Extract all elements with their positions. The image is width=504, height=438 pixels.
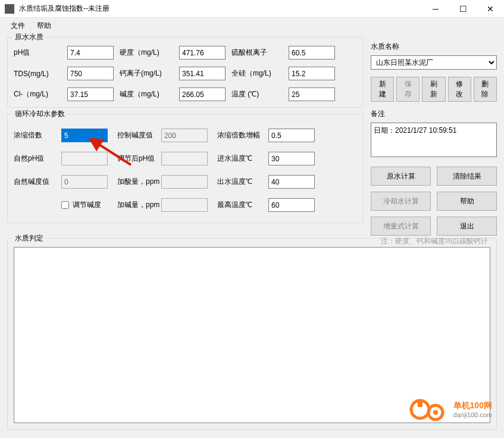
base-input — [161, 198, 208, 212]
conc-input[interactable] — [61, 129, 108, 142]
watermark-brand: 单机100网 — [453, 401, 492, 410]
acid-input — [161, 175, 208, 189]
judge-title: 水质判定 — [12, 233, 46, 243]
natalk-input — [61, 175, 108, 189]
cooling-group: 循环冷却水参数 浓缩倍数 控制碱度值 浓缩倍数增幅 自然pH值 调节后pH值 — [7, 114, 364, 223]
watermark: 单机100网 danji100.com — [408, 398, 492, 421]
natalk-label: 自然碱度值 — [14, 177, 61, 187]
ph-input[interactable] — [67, 46, 114, 60]
silica-label: 全硅（mg/L) — [231, 68, 283, 79]
new-button[interactable]: 新建 — [371, 77, 394, 102]
ctrlalk-label: 控制碱度值 — [117, 130, 161, 140]
hardness-label: 硬度（mg/L) — [120, 48, 173, 58]
judge-result-box — [14, 247, 490, 423]
minimize-button[interactable]: ─ — [422, 0, 449, 18]
water-name-label: 水质名称 — [371, 42, 497, 52]
cooling-title: 循环冷却水参数 — [12, 109, 67, 119]
calc-inc-button: 增量式计算 — [371, 217, 431, 236]
outtemp-label: 出水温度℃ — [217, 177, 268, 187]
svg-point-5 — [433, 410, 438, 415]
watermark-url: danji100.com — [453, 411, 492, 418]
clear-button[interactable]: 清除结果 — [437, 167, 497, 186]
conc-label: 浓缩倍数 — [14, 130, 61, 140]
natph-input — [61, 152, 108, 165]
menubar: 文件 帮助 — [0, 18, 504, 33]
calcium-label: 钙离子(mg/L) — [120, 68, 173, 79]
alkalinity-input[interactable] — [179, 87, 226, 101]
base-label: 加碱量，ppm — [117, 200, 161, 210]
save-button: 保存 — [396, 77, 420, 102]
natph-label: 自然pH值 — [14, 154, 61, 164]
calc-cool-button: 冷却水计算 — [371, 192, 431, 211]
menu-help[interactable]: 帮助 — [31, 18, 57, 33]
watermark-logo-icon — [408, 398, 450, 421]
calcium-input[interactable] — [179, 67, 226, 80]
tds-label: TDS(mg/L) — [14, 70, 61, 78]
exit-button[interactable]: 退出 — [437, 217, 497, 236]
silica-input[interactable] — [289, 67, 335, 80]
remark-label: 备注 — [371, 109, 497, 119]
titlebar: 水质结垢及腐蚀指数--未注册 ─ ☐ ✕ — [0, 0, 504, 18]
remark-textarea[interactable]: 日期：2021/1/27 10:59:51 — [371, 123, 497, 157]
judge-note: 注：硬度、钙和碱度均以碳酸钙计 — [381, 236, 488, 246]
concinc-input[interactable] — [268, 129, 315, 142]
modify-button[interactable]: 修改 — [448, 77, 471, 102]
adjalk-checkbox[interactable] — [61, 201, 69, 209]
intemp-label: 进水温度℃ — [217, 154, 268, 164]
svg-rect-3 — [418, 400, 422, 407]
cl-input[interactable] — [67, 87, 114, 101]
outtemp-input[interactable] — [268, 175, 315, 189]
hardness-input[interactable] — [179, 46, 226, 60]
raw-water-group: 原水水质 pH值 硬度（mg/L) 硫酸根离子 TDS(mg/L) 钙离子(mg… — [7, 37, 364, 108]
close-button[interactable]: ✕ — [477, 0, 504, 18]
temp-input[interactable] — [289, 87, 335, 101]
intemp-input[interactable] — [268, 152, 315, 165]
refresh-button[interactable]: 刷新 — [422, 77, 445, 102]
ph-label: pH值 — [14, 48, 61, 58]
adjalk-label: 调节碱度 — [73, 200, 101, 210]
menu-file[interactable]: 文件 — [5, 18, 31, 33]
tds-input[interactable] — [67, 67, 114, 80]
sulfate-label: 硫酸根离子 — [231, 48, 283, 58]
raw-water-title: 原水水质 — [12, 32, 46, 42]
maxtemp-input[interactable] — [268, 198, 315, 212]
adjph-label: 调节后pH值 — [117, 154, 161, 164]
app-icon — [5, 4, 14, 14]
adjph-input — [161, 152, 208, 165]
alkalinity-label: 碱度（mg/L) — [120, 89, 173, 99]
calc-raw-button[interactable]: 原水计算 — [371, 167, 431, 186]
acid-label: 加酸量，ppm — [117, 177, 161, 187]
water-name-select[interactable]: 山东日照某水泥厂 — [371, 55, 497, 70]
concinc-label: 浓缩倍数增幅 — [217, 130, 268, 140]
window-title: 水质结垢及腐蚀指数--未注册 — [19, 4, 422, 14]
sulfate-input[interactable] — [289, 46, 335, 60]
help-button[interactable]: 帮助 — [437, 192, 497, 211]
temp-label: 温度 (℃) — [231, 89, 283, 99]
maximize-button[interactable]: ☐ — [449, 0, 477, 18]
delete-button[interactable]: 删除 — [474, 77, 497, 102]
ctrlalk-input — [161, 129, 208, 142]
cl-label: Cl-（mg/L) — [14, 89, 61, 99]
maxtemp-label: 最高温度℃ — [217, 200, 268, 210]
